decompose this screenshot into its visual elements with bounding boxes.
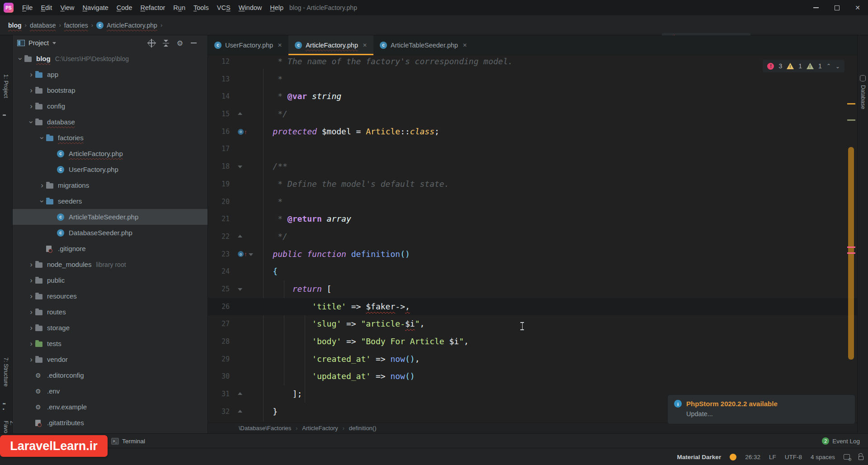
tree-item-migrations[interactable]: ›migrations: [13, 177, 208, 193]
tool-button-database[interactable]: Database: [860, 85, 866, 109]
tree-chevron-icon[interactable]: ›: [27, 87, 35, 94]
code-line-19[interactable]: 19 * Define the model's default state.: [208, 176, 857, 193]
indent-setting[interactable]: 4 spaces: [811, 454, 835, 460]
code-line-13[interactable]: 13 *: [208, 71, 857, 88]
tree-chevron-icon[interactable]: ›: [27, 293, 35, 299]
breadcrumb-item-articlefactory.php[interactable]: ArticleFactory.php: [107, 22, 157, 29]
tree-item-storage[interactable]: ›storage: [13, 320, 208, 336]
menu-help[interactable]: Help: [266, 0, 288, 15]
breadcrumb-item-blog[interactable]: blog: [8, 22, 22, 29]
tree-item-node-modules[interactable]: ›node_moduleslibrary root: [13, 256, 208, 272]
gear-icon[interactable]: ⚙: [177, 39, 183, 47]
code-line-21[interactable]: 21 * @return array: [208, 210, 857, 228]
tree-item-factories[interactable]: ›factories: [13, 130, 208, 146]
code-line-22[interactable]: 22 */: [208, 228, 857, 246]
caret-position[interactable]: 26:32: [745, 454, 760, 460]
close-icon[interactable]: ✕: [363, 42, 367, 48]
collapse-all-icon[interactable]: [163, 40, 169, 47]
tool-button-project[interactable]: 1: Project: [3, 74, 9, 98]
code-area[interactable]: 12 * The name of the factory's correspon…: [208, 55, 857, 422]
tree-chevron-icon[interactable]: ›: [27, 71, 35, 78]
code-line-23[interactable]: 23o↑ public function definition(): [208, 246, 857, 263]
tree-item-public[interactable]: ›public: [13, 272, 208, 288]
tree-item-userfactory-php[interactable]: cUserFactory.php: [13, 161, 208, 177]
tree-item-routes[interactable]: ›routes: [13, 304, 208, 320]
inspections-widget[interactable]: ! 3 ! 1 ! 1 ⌃ ⌃: [763, 60, 844, 72]
tree-chevron-icon[interactable]: ›: [27, 103, 35, 109]
tree-item-articlefactory-php[interactable]: cArticleFactory.php: [13, 146, 208, 161]
tab-articletableseeder-php[interactable]: cArticleTableSeeder.php✕: [373, 35, 473, 55]
event-log-button[interactable]: 2 Event Log: [822, 434, 860, 448]
tree-chevron-icon[interactable]: ›: [38, 182, 46, 189]
tree-chevron-icon[interactable]: ›: [27, 325, 35, 331]
code-line-14[interactable]: 14 * @var string: [208, 88, 857, 105]
tree-item--editorconfig[interactable]: ⚙.editorconfig: [13, 367, 208, 383]
tree-item-config[interactable]: ›config: [13, 98, 208, 114]
inspection-profile-icon[interactable]: [844, 454, 850, 460]
tree-item-seeders[interactable]: ›seeders: [13, 193, 208, 209]
breadcrumb-item-factories[interactable]: factories: [64, 22, 88, 29]
tree-item--env[interactable]: ⚙.env: [13, 383, 208, 399]
code-line-29[interactable]: 29 'created_at' => now(),: [208, 351, 857, 368]
menu-tools[interactable]: Tools: [189, 0, 213, 15]
tree-chevron-icon[interactable]: ›: [28, 118, 34, 126]
close-button[interactable]: ✕: [847, 0, 868, 15]
unlock-icon[interactable]: [859, 456, 863, 460]
tree-item-articletableseeder-php[interactable]: cArticleTableSeeder.php: [13, 209, 208, 225]
maximize-button[interactable]: [826, 0, 847, 15]
tree-item-vendor[interactable]: ›vendor: [13, 351, 208, 367]
tree-item-resources[interactable]: ›resources: [13, 288, 208, 304]
menu-window[interactable]: Window: [235, 0, 266, 15]
tree-chevron-icon[interactable]: ›: [27, 261, 35, 268]
fold-marker-icon[interactable]: [238, 409, 242, 414]
tree-item-database[interactable]: ›database: [13, 114, 208, 130]
tool-button-terminal[interactable]: >_ Terminal: [111, 434, 145, 448]
tree-chevron-icon[interactable]: ›: [39, 197, 45, 205]
fold-marker-icon[interactable]: [238, 112, 242, 116]
code-line-12[interactable]: 12 * The name of the factory's correspon…: [208, 55, 857, 71]
previous-problem-icon[interactable]: ⌃: [826, 63, 831, 69]
menu-edit[interactable]: Edit: [37, 0, 56, 15]
menu-vcs[interactable]: VCS: [213, 0, 235, 15]
menu-view[interactable]: View: [56, 0, 78, 15]
code-line-17[interactable]: 17: [208, 140, 857, 158]
code-line-30[interactable]: 30 'updated_at' => now(): [208, 368, 857, 385]
editor-breadcrumb-item[interactable]: ArticleFactory: [302, 425, 338, 432]
tab-userfactory-php[interactable]: cUserFactory.php✕: [208, 35, 288, 55]
close-icon[interactable]: ✕: [462, 42, 467, 48]
tree-item--gitattributes[interactable]: .gitattributes: [13, 415, 208, 431]
chevron-down-icon[interactable]: [52, 42, 56, 44]
close-icon[interactable]: ✕: [278, 42, 282, 48]
tree-chevron-icon[interactable]: ›: [27, 356, 35, 363]
select-opened-file-icon[interactable]: [148, 40, 155, 47]
code-line-24[interactable]: 24 {: [208, 263, 857, 280]
editor-breadcrumb-item[interactable]: definition(): [349, 425, 377, 432]
menu-code[interactable]: Code: [113, 0, 137, 15]
code-line-15[interactable]: 15 */: [208, 105, 857, 123]
code-line-18[interactable]: 18 /**: [208, 158, 857, 176]
theme-color-dot[interactable]: [730, 454, 736, 460]
tree-item--env-example[interactable]: ⚙.env.example: [13, 399, 208, 415]
menu-navigate[interactable]: Navigate: [79, 0, 113, 15]
tree-chevron-icon[interactable]: ›: [27, 277, 35, 284]
editor-breadcrumb-item[interactable]: \Database\Factories: [239, 425, 291, 432]
tree-item-app[interactable]: ›app: [13, 66, 208, 82]
theme-indicator[interactable]: Material Darker: [677, 454, 722, 460]
update-link[interactable]: Update...: [686, 410, 849, 418]
line-separator[interactable]: LF: [769, 454, 776, 460]
code-line-28[interactable]: 28 'body' => "Body For Article $i",: [208, 333, 857, 351]
tab-articlefactory-php[interactable]: cArticleFactory.php✕: [288, 35, 373, 55]
code-line-25[interactable]: 25 return [: [208, 280, 857, 298]
code-line-26[interactable]: 26 'title' => $faker->,: [208, 298, 857, 316]
code-line-20[interactable]: 20 *: [208, 193, 857, 211]
fold-marker-icon[interactable]: [238, 392, 242, 396]
menu-file[interactable]: File: [18, 0, 37, 15]
tree-chevron-icon[interactable]: ›: [39, 134, 45, 142]
hide-panel-icon[interactable]: [191, 43, 197, 43]
tree-item--gitignore[interactable]: .gitignore: [13, 241, 208, 256]
tree-chevron-icon[interactable]: ›: [27, 309, 35, 315]
tree-item-bootstrap[interactable]: ›bootstrap: [13, 82, 208, 98]
tree-item-databaseseeder-php[interactable]: cDatabaseSeeder.php: [13, 225, 208, 241]
menu-run[interactable]: Run: [169, 0, 189, 15]
code-line-27[interactable]: 27 'slug' => "article-$i",: [208, 315, 857, 333]
